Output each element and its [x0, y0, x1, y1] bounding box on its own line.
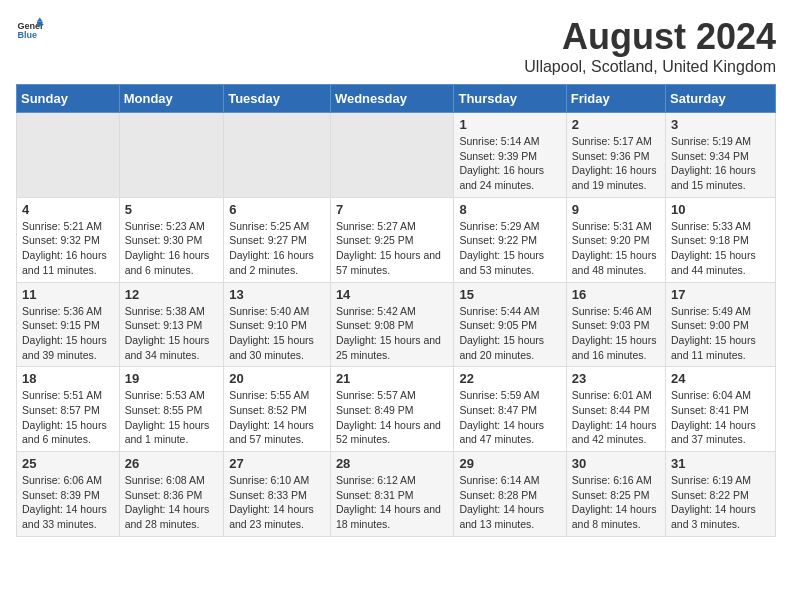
table-row: 13Sunrise: 5:40 AM Sunset: 9:10 PM Dayli… [224, 282, 331, 367]
col-saturday: Saturday [666, 85, 776, 113]
day-detail: Sunrise: 6:01 AM Sunset: 8:44 PM Dayligh… [572, 388, 660, 447]
day-detail: Sunrise: 5:51 AM Sunset: 8:57 PM Dayligh… [22, 388, 114, 447]
day-detail: Sunrise: 6:10 AM Sunset: 8:33 PM Dayligh… [229, 473, 325, 532]
day-number: 5 [125, 202, 218, 217]
day-number: 28 [336, 456, 449, 471]
table-row: 14Sunrise: 5:42 AM Sunset: 9:08 PM Dayli… [330, 282, 454, 367]
svg-marker-3 [37, 22, 43, 26]
table-row: 8Sunrise: 5:29 AM Sunset: 9:22 PM Daylig… [454, 197, 566, 282]
table-row: 12Sunrise: 5:38 AM Sunset: 9:13 PM Dayli… [119, 282, 223, 367]
day-detail: Sunrise: 5:46 AM Sunset: 9:03 PM Dayligh… [572, 304, 660, 363]
day-detail: Sunrise: 6:06 AM Sunset: 8:39 PM Dayligh… [22, 473, 114, 532]
calendar-week-row: 25Sunrise: 6:06 AM Sunset: 8:39 PM Dayli… [17, 452, 776, 537]
table-row [224, 113, 331, 198]
table-row: 6Sunrise: 5:25 AM Sunset: 9:27 PM Daylig… [224, 197, 331, 282]
table-row: 23Sunrise: 6:01 AM Sunset: 8:44 PM Dayli… [566, 367, 665, 452]
day-number: 17 [671, 287, 770, 302]
logo: General Blue [16, 16, 44, 44]
table-row: 24Sunrise: 6:04 AM Sunset: 8:41 PM Dayli… [666, 367, 776, 452]
col-wednesday: Wednesday [330, 85, 454, 113]
day-detail: Sunrise: 6:12 AM Sunset: 8:31 PM Dayligh… [336, 473, 449, 532]
calendar-title: August 2024 [524, 16, 776, 58]
day-number: 30 [572, 456, 660, 471]
day-detail: Sunrise: 5:57 AM Sunset: 8:49 PM Dayligh… [336, 388, 449, 447]
day-detail: Sunrise: 5:36 AM Sunset: 9:15 PM Dayligh… [22, 304, 114, 363]
svg-text:Blue: Blue [17, 30, 37, 40]
page-header: General Blue August 2024 Ullapool, Scotl… [16, 16, 776, 76]
table-row: 1Sunrise: 5:14 AM Sunset: 9:39 PM Daylig… [454, 113, 566, 198]
table-row [330, 113, 454, 198]
table-row: 30Sunrise: 6:16 AM Sunset: 8:25 PM Dayli… [566, 452, 665, 537]
table-row: 20Sunrise: 5:55 AM Sunset: 8:52 PM Dayli… [224, 367, 331, 452]
table-row: 4Sunrise: 5:21 AM Sunset: 9:32 PM Daylig… [17, 197, 120, 282]
table-row [119, 113, 223, 198]
table-row: 10Sunrise: 5:33 AM Sunset: 9:18 PM Dayli… [666, 197, 776, 282]
day-number: 29 [459, 456, 560, 471]
col-friday: Friday [566, 85, 665, 113]
day-number: 26 [125, 456, 218, 471]
table-row: 15Sunrise: 5:44 AM Sunset: 9:05 PM Dayli… [454, 282, 566, 367]
table-row: 22Sunrise: 5:59 AM Sunset: 8:47 PM Dayli… [454, 367, 566, 452]
day-detail: Sunrise: 5:38 AM Sunset: 9:13 PM Dayligh… [125, 304, 218, 363]
table-row [17, 113, 120, 198]
calendar-week-row: 4Sunrise: 5:21 AM Sunset: 9:32 PM Daylig… [17, 197, 776, 282]
calendar-week-row: 1Sunrise: 5:14 AM Sunset: 9:39 PM Daylig… [17, 113, 776, 198]
day-number: 13 [229, 287, 325, 302]
day-number: 23 [572, 371, 660, 386]
day-number: 10 [671, 202, 770, 217]
table-row: 11Sunrise: 5:36 AM Sunset: 9:15 PM Dayli… [17, 282, 120, 367]
day-number: 2 [572, 117, 660, 132]
day-detail: Sunrise: 5:31 AM Sunset: 9:20 PM Dayligh… [572, 219, 660, 278]
day-number: 12 [125, 287, 218, 302]
day-number: 25 [22, 456, 114, 471]
day-detail: Sunrise: 5:21 AM Sunset: 9:32 PM Dayligh… [22, 219, 114, 278]
day-detail: Sunrise: 5:19 AM Sunset: 9:34 PM Dayligh… [671, 134, 770, 193]
table-row: 3Sunrise: 5:19 AM Sunset: 9:34 PM Daylig… [666, 113, 776, 198]
col-sunday: Sunday [17, 85, 120, 113]
day-number: 3 [671, 117, 770, 132]
day-number: 4 [22, 202, 114, 217]
day-detail: Sunrise: 6:16 AM Sunset: 8:25 PM Dayligh… [572, 473, 660, 532]
day-detail: Sunrise: 5:33 AM Sunset: 9:18 PM Dayligh… [671, 219, 770, 278]
calendar-table: Sunday Monday Tuesday Wednesday Thursday… [16, 84, 776, 537]
table-row: 19Sunrise: 5:53 AM Sunset: 8:55 PM Dayli… [119, 367, 223, 452]
calendar-subtitle: Ullapool, Scotland, United Kingdom [524, 58, 776, 76]
table-row: 28Sunrise: 6:12 AM Sunset: 8:31 PM Dayli… [330, 452, 454, 537]
day-detail: Sunrise: 6:04 AM Sunset: 8:41 PM Dayligh… [671, 388, 770, 447]
day-detail: Sunrise: 6:19 AM Sunset: 8:22 PM Dayligh… [671, 473, 770, 532]
table-row: 18Sunrise: 5:51 AM Sunset: 8:57 PM Dayli… [17, 367, 120, 452]
day-detail: Sunrise: 6:14 AM Sunset: 8:28 PM Dayligh… [459, 473, 560, 532]
day-number: 18 [22, 371, 114, 386]
table-row: 2Sunrise: 5:17 AM Sunset: 9:36 PM Daylig… [566, 113, 665, 198]
day-detail: Sunrise: 5:40 AM Sunset: 9:10 PM Dayligh… [229, 304, 325, 363]
day-number: 9 [572, 202, 660, 217]
day-detail: Sunrise: 6:08 AM Sunset: 8:36 PM Dayligh… [125, 473, 218, 532]
day-detail: Sunrise: 5:25 AM Sunset: 9:27 PM Dayligh… [229, 219, 325, 278]
table-row: 29Sunrise: 6:14 AM Sunset: 8:28 PM Dayli… [454, 452, 566, 537]
day-detail: Sunrise: 5:29 AM Sunset: 9:22 PM Dayligh… [459, 219, 560, 278]
logo-icon: General Blue [16, 16, 44, 44]
table-row: 21Sunrise: 5:57 AM Sunset: 8:49 PM Dayli… [330, 367, 454, 452]
day-detail: Sunrise: 5:59 AM Sunset: 8:47 PM Dayligh… [459, 388, 560, 447]
day-number: 21 [336, 371, 449, 386]
day-number: 19 [125, 371, 218, 386]
day-detail: Sunrise: 5:49 AM Sunset: 9:00 PM Dayligh… [671, 304, 770, 363]
day-number: 31 [671, 456, 770, 471]
day-detail: Sunrise: 5:17 AM Sunset: 9:36 PM Dayligh… [572, 134, 660, 193]
calendar-week-row: 11Sunrise: 5:36 AM Sunset: 9:15 PM Dayli… [17, 282, 776, 367]
table-row: 5Sunrise: 5:23 AM Sunset: 9:30 PM Daylig… [119, 197, 223, 282]
day-number: 22 [459, 371, 560, 386]
day-detail: Sunrise: 5:27 AM Sunset: 9:25 PM Dayligh… [336, 219, 449, 278]
svg-marker-2 [37, 17, 43, 21]
day-detail: Sunrise: 5:14 AM Sunset: 9:39 PM Dayligh… [459, 134, 560, 193]
day-detail: Sunrise: 5:44 AM Sunset: 9:05 PM Dayligh… [459, 304, 560, 363]
day-number: 11 [22, 287, 114, 302]
day-number: 27 [229, 456, 325, 471]
day-detail: Sunrise: 5:23 AM Sunset: 9:30 PM Dayligh… [125, 219, 218, 278]
day-number: 15 [459, 287, 560, 302]
table-row: 17Sunrise: 5:49 AM Sunset: 9:00 PM Dayli… [666, 282, 776, 367]
day-number: 7 [336, 202, 449, 217]
table-row: 26Sunrise: 6:08 AM Sunset: 8:36 PM Dayli… [119, 452, 223, 537]
day-detail: Sunrise: 5:55 AM Sunset: 8:52 PM Dayligh… [229, 388, 325, 447]
table-row: 25Sunrise: 6:06 AM Sunset: 8:39 PM Dayli… [17, 452, 120, 537]
